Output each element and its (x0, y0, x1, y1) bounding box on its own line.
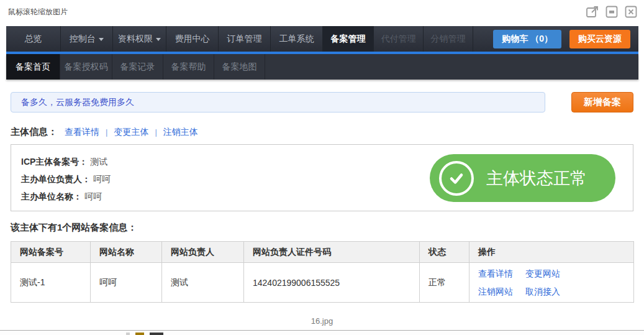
tab-payment-agency[interactable]: 代付管理 (374, 26, 424, 52)
subject-info-box: ICP主体备案号： 测试 主办单位负责人： 呵呵 主办单位名称： 呵呵 主体状态… (11, 144, 633, 211)
link-separator: | (155, 127, 156, 137)
subject-fields: ICP主体备案号： 测试 主办单位负责人： 呵呵 主办单位名称： 呵呵 (21, 153, 111, 205)
tab-distribution[interactable]: 分销管理 (424, 26, 473, 52)
table-row: 测试-1 呵呵 测试 142402199006155525 正常 查看详情 变更… (11, 263, 634, 303)
new-filing-button[interactable]: 新增备案 (571, 92, 633, 112)
organizer-contact-value: 呵呵 (93, 174, 111, 184)
subtab-filing-home[interactable]: 备案首页 (6, 54, 60, 80)
subtab-filing-help[interactable]: 备案帮助 (163, 54, 214, 80)
cancel-subject-link[interactable]: 注销主体 (163, 127, 198, 138)
sites-section-heading: 该主体下有1个网站备案信息： (11, 222, 137, 234)
shopping-cart-button[interactable]: 购物车 （0） (493, 30, 561, 48)
cell-status: 正常 (420, 263, 469, 303)
subject-section-header: 主体信息： 查看详情 | 变更主体 | 注销主体 (11, 126, 198, 138)
cancel-site-link[interactable]: 注销网站 (478, 287, 513, 296)
tab-overview[interactable]: 总览 (6, 26, 61, 52)
cell-filing-no: 测试-1 (11, 263, 91, 303)
link-separator: | (106, 127, 107, 137)
tab-billing-center[interactable]: 费用中心 (166, 26, 219, 52)
change-subject-link[interactable]: 变更主体 (114, 127, 148, 138)
viewer-title: 鼠标滚轮缩放图片 (8, 7, 68, 17)
open-in-new-window-icon[interactable] (586, 5, 599, 19)
cell-owner: 测试 (162, 263, 244, 303)
caret-down-icon (99, 38, 104, 41)
icp-filing-number-value: 测试 (90, 157, 107, 167)
cell-id-number: 142402199006155525 (244, 263, 420, 303)
view-details-link[interactable]: 查看详情 (65, 127, 99, 138)
col-operations: 操作 (469, 242, 634, 263)
cell-operations: 查看详情 变更网站 注销网站 取消接入 (469, 263, 634, 303)
close-icon[interactable] (624, 5, 638, 19)
cell-site-name: 呵呵 (91, 263, 162, 303)
subtab-filing-map[interactable]: 备案地图 (214, 54, 265, 80)
subject-status-text: 主体状态正常 (474, 167, 615, 190)
col-status: 状态 (420, 242, 469, 263)
restore-window-icon[interactable] (605, 5, 619, 19)
organizer-name-value: 呵呵 (84, 191, 102, 201)
sub-nav: 备案首页 备案授权码 备案记录 备案帮助 备案地图 (6, 54, 638, 80)
image-viewer: 鼠标滚轮缩放图片 总览 控制台 资料权限 费用中心 订单管理 工单系统 备案管理… (0, 0, 644, 335)
main-nav: 总览 控制台 资料权限 费用中心 订单管理 工单系统 备案管理 代付管理 分销管… (6, 26, 638, 52)
promo-banner[interactable]: 备多久，云服务器免费用多久 (11, 92, 545, 112)
viewer-controls (586, 5, 638, 19)
caret-down-icon (156, 38, 161, 41)
col-filing-no: 网站备案号 (11, 242, 91, 263)
icp-filing-number-row: ICP主体备案号： 测试 (21, 153, 111, 170)
subject-heading: 主体信息： (11, 126, 57, 138)
cancel-access-link[interactable]: 取消接入 (525, 287, 560, 296)
col-owner: 网站负责人 (162, 242, 244, 263)
view-site-details-link[interactable]: 查看详情 (478, 268, 513, 278)
tab-ticket-system[interactable]: 工单系统 (271, 26, 323, 52)
image-filename-caption: 16.jpg (0, 316, 644, 326)
check-circle-icon (439, 161, 474, 196)
notice-row: 备多久，云服务器免费用多久 新增备案 (11, 92, 633, 112)
col-id-number: 网站负责人证件号码 (244, 242, 420, 263)
buy-cloud-resources-button[interactable]: 购买云资源 (569, 30, 630, 48)
tab-order-management[interactable]: 订单管理 (219, 26, 271, 52)
subject-status-badge: 主体状态正常 (430, 154, 615, 202)
sites-table: 网站备案号 网站名称 网站负责人 网站负责人证件号码 状态 操作 测试-1 呵呵… (11, 241, 634, 303)
subtab-filing-records[interactable]: 备案记录 (112, 54, 163, 80)
organizer-contact-row: 主办单位负责人： 呵呵 (21, 170, 111, 188)
navigation: 总览 控制台 资料权限 费用中心 订单管理 工单系统 备案管理 代付管理 分销管… (6, 26, 638, 80)
organizer-name-row: 主办单位名称： 呵呵 (21, 188, 111, 205)
tab-data-permissions[interactable]: 资料权限 (113, 26, 166, 52)
next-image-sliver (0, 330, 644, 335)
subtab-filing-auth-code[interactable]: 备案授权码 (60, 54, 112, 80)
table-header-row: 网站备案号 网站名称 网站负责人 网站负责人证件号码 状态 操作 (11, 242, 634, 263)
col-site-name: 网站名称 (91, 242, 162, 263)
tab-filing-management[interactable]: 备案管理 (323, 26, 374, 52)
change-site-link[interactable]: 变更网站 (525, 268, 560, 278)
tab-console[interactable]: 控制台 (61, 26, 113, 52)
